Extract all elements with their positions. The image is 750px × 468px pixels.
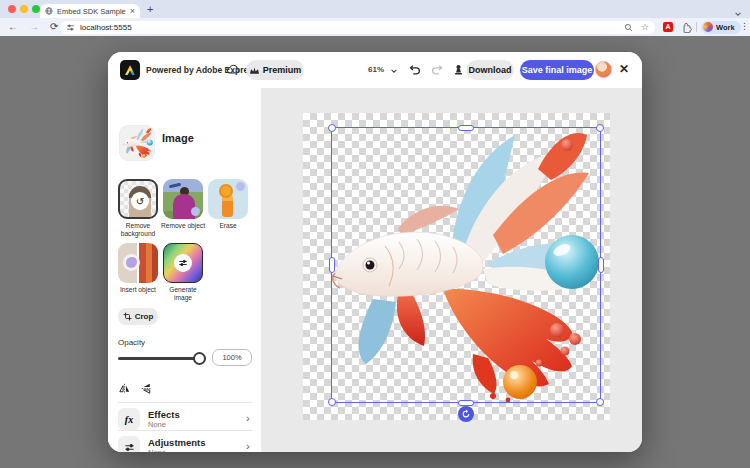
reload-icon[interactable]: ⟳ [50,22,58,32]
forward-icon[interactable]: → [29,22,39,32]
remove-background-icon: ↺ [131,192,149,210]
tool-label: Insert object [115,286,161,294]
opacity-label: Opacity [118,338,145,347]
effects-value: None [148,420,166,429]
site-settings-icon[interactable] [66,23,75,32]
adjustments-value: None [148,448,166,452]
profile-name: Work [716,23,735,32]
adjustments-icon [118,436,140,452]
person-photo [173,194,195,219]
fx-icon: fx [118,408,140,430]
browser-toolbar: ← → ⟳ localhost:5555 ☆ A Work ⋮ [0,18,750,36]
crop-label: Crop [135,312,154,321]
browser-tab[interactable]: Embed SDK Sample × [40,4,140,18]
premium-label: Premium [263,65,302,75]
browser-window: Embed SDK Sample × + ← → ⟳ localhost:555… [0,0,750,468]
image-properties-panel: Image ↺ Remove background [108,88,262,452]
extensions-icon[interactable] [681,22,692,33]
selection-box[interactable] [331,127,601,403]
flip-vertical-icon [141,382,152,395]
zoom-level[interactable]: 61% [368,65,384,74]
adobe-extension-icon[interactable]: A [663,22,673,32]
close-window-button[interactable] [8,5,16,13]
premium-button[interactable]: Premium [246,60,304,80]
redo-icon[interactable] [430,63,444,77]
bottle-photo [222,195,233,217]
url-text: localhost:5555 [80,23,624,32]
stamp-icon[interactable] [452,63,465,77]
chevron-down-icon[interactable] [390,67,398,75]
editor-canvas[interactable] [262,88,642,452]
maximize-window-button[interactable] [32,5,40,13]
download-button[interactable]: Download [466,60,514,80]
chevron-right-icon: › [246,412,250,424]
back-icon[interactable]: ← [8,22,18,32]
zoom-page-icon[interactable] [624,23,633,32]
resize-handle-top-left[interactable] [328,124,336,132]
erase-button[interactable] [208,179,248,219]
adjustments-label: Adjustments [148,437,206,448]
resize-handle-bottom-right[interactable] [596,398,604,406]
new-tab-button[interactable]: + [147,3,153,15]
tab-close-icon[interactable]: × [130,7,135,16]
resize-handle-right[interactable] [598,257,604,273]
user-avatar[interactable] [595,61,612,78]
generate-image-icon [174,254,192,272]
editor-header: Powered by Adobe Express Premium 61% Dow… [108,52,642,88]
crown-icon [249,66,260,75]
chevron-right-icon: › [246,440,250,452]
divider [118,430,252,431]
save-label: Save final image [522,65,593,75]
transparent-artboard[interactable] [303,113,610,420]
undo-icon[interactable] [408,63,422,77]
cloud-icon [226,63,240,75]
adobe-express-logo [120,60,140,80]
save-final-image-button[interactable]: Save final image [520,60,594,80]
resize-handle-bottom[interactable] [458,400,474,406]
generate-image-button[interactable] [163,243,203,283]
resize-handle-left[interactable] [329,257,335,273]
browser-menu-icon[interactable]: ⋮ [740,21,749,31]
orange-slice-photo [219,184,233,198]
brand-text: Powered by Adobe Express [146,65,258,75]
close-editor-icon[interactable]: ✕ [619,62,629,76]
resize-handle-top-right[interactable] [596,124,604,132]
tool-label: Remove object [160,222,206,230]
toolbar-divider [696,22,697,32]
opacity-slider-knob[interactable] [193,352,206,365]
bookmark-star-icon[interactable]: ☆ [641,22,649,32]
ai-badge-dot [236,182,245,191]
tab-title: Embed SDK Sample [57,7,130,16]
globe-favicon-icon [45,7,53,15]
remove-object-button[interactable] [163,179,203,219]
flip-horizontal-icon [118,383,131,394]
address-bar[interactable]: localhost:5555 ☆ [60,21,655,34]
flip-horizontal-button[interactable] [116,380,133,397]
panel-title: Image [162,132,194,144]
crop-button[interactable]: Crop [118,308,158,325]
rotate-handle[interactable] [458,406,474,422]
tool-label: Erase [205,222,251,230]
ai-badge-dot [191,207,200,216]
remove-background-button[interactable]: ↺ [118,179,158,219]
image-thumbnail [120,126,154,160]
flip-vertical-button[interactable] [138,380,155,397]
tool-label: Remove background [115,222,161,238]
minimize-window-button[interactable] [20,5,28,13]
download-label: Download [469,65,512,75]
plane-graphic [169,183,181,188]
crop-icon [123,312,132,321]
webpage-background: Powered by Adobe Express Premium 61% Dow… [0,36,750,468]
rotate-icon [461,409,471,419]
resize-handle-bottom-left[interactable] [328,398,336,406]
effects-label: Effects [148,409,180,420]
insert-object-button[interactable] [118,243,158,283]
adobe-express-editor: Powered by Adobe Express Premium 61% Dow… [108,52,642,452]
tool-label: Generate image [160,286,206,302]
profile-avatar [703,22,713,32]
resize-handle-top[interactable] [458,125,474,131]
opacity-value-field[interactable]: 100% [212,349,252,366]
tab-strip: Embed SDK Sample × + [0,0,750,18]
profile-chip[interactable]: Work [701,21,741,34]
divider [118,402,252,403]
